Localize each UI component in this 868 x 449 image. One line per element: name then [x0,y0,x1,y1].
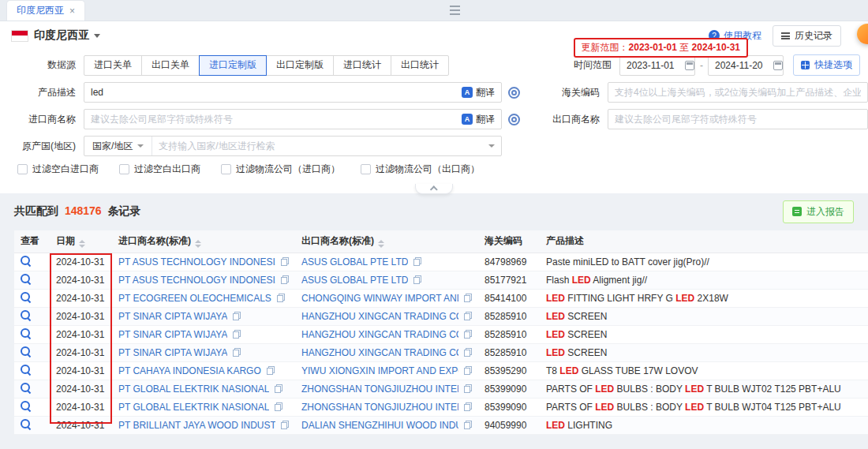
exporter-link[interactable]: DALIAN SHENGZHIHUI WOOD INDUST... [301,420,458,431]
view-details-icon[interactable] [21,292,31,302]
importer-link[interactable]: PT BRILLIANT JAYA WOOD INDUSTRY [118,420,275,431]
quick-options-button[interactable]: 快捷选项 [793,54,860,76]
filter-checkbox[interactable]: 过滤物流公司（出口商） [361,163,480,176]
view-details-icon[interactable] [21,346,31,357]
copy-icon[interactable] [413,275,421,284]
collapse-panel-handle[interactable] [415,184,453,194]
column-header[interactable]: 日期 [50,230,112,253]
view-cell [14,325,50,343]
date-to-input[interactable] [708,55,784,76]
calendar-icon[interactable] [773,61,783,70]
copy-icon[interactable] [464,366,472,375]
importer-link[interactable]: PT SINAR CIPTA WIJAYA [118,329,227,340]
importer-link[interactable]: PT CAHAYA INDONESIA KARGO [118,365,261,376]
view-details-icon[interactable] [21,365,31,375]
chevron-down-icon[interactable] [488,144,495,148]
copy-icon[interactable] [277,294,285,302]
checkbox-icon[interactable] [361,164,371,174]
checkbox-icon[interactable] [221,164,231,174]
translate-button[interactable]: A 翻译 [455,86,501,99]
importer-input[interactable] [84,110,455,129]
copy-icon[interactable] [275,402,282,411]
copy-icon[interactable] [233,330,241,339]
exporter-link[interactable]: ASUS GLOBAL PTE LTD [301,256,408,268]
copy-icon[interactable] [233,348,241,357]
datasource-tab[interactable]: 进口定制版 [199,55,267,76]
exporter-link[interactable]: HANGZHOU XINGCAN TRADING CO LTD [301,329,458,340]
column-header[interactable]: 进口商名称(标准) [112,230,295,253]
copy-icon[interactable] [464,348,472,357]
history-button[interactable]: 历史记录 [773,25,841,47]
importer-link[interactable]: PT SINAR CIPTA WIJAYA [118,347,227,358]
filter-checkbox[interactable]: 过滤空白进口商 [17,163,99,176]
importer-link[interactable]: PT SINAR CIPTA WIJAYA [118,311,227,322]
copy-icon[interactable] [464,421,472,429]
view-details-icon[interactable] [21,401,31,411]
copy-icon[interactable] [267,366,275,375]
hs-code-cell: 85285910 [478,307,540,325]
view-details-icon[interactable] [21,383,31,393]
date-from-value[interactable] [627,60,679,71]
datasource-tab[interactable]: 出口统计 [391,55,449,76]
enter-report-button[interactable]: 进入报告 [783,200,854,223]
exporter-link[interactable]: ASUS GLOBAL PTE LTD [301,275,408,286]
datasource-tab[interactable]: 出口关单 [141,55,200,76]
date-from-input[interactable] [619,55,695,76]
view-details-icon[interactable] [21,256,31,266]
datasource-tab[interactable]: 进口关单 [84,55,142,76]
close-icon[interactable]: × [69,6,75,17]
exporter-link[interactable]: ZHONGSHAN TONGJIUZHOU INTERNA... [301,384,458,395]
match-mode-icon[interactable] [508,114,520,125]
copy-icon[interactable] [413,257,421,266]
copy-icon[interactable] [464,294,472,302]
importer-link[interactable]: PT ASUS TECHNOLOGY INDONESIA BA... [118,256,275,268]
sort-icon[interactable] [195,240,201,248]
calendar-icon[interactable] [685,61,694,70]
view-details-icon[interactable] [21,310,31,320]
sort-icon[interactable] [79,240,85,248]
hs-code-cell: 85414100 [478,289,540,307]
copy-icon[interactable] [464,330,472,339]
match-mode-icon[interactable] [508,87,520,99]
chevron-down-icon[interactable] [94,34,100,38]
checkbox-icon[interactable] [119,164,129,174]
datasource-tab[interactable]: 出口定制版 [266,55,334,76]
origin-country-select[interactable]: 国家/地区 [84,137,152,155]
datasource-tab[interactable]: 进口统计 [333,55,391,76]
exporter-link[interactable]: HANGZHOU XINGCAN TRADING CO LTD [301,347,458,358]
tab-indonesia[interactable]: 印度尼西亚 × [6,0,85,21]
view-details-icon[interactable] [21,328,31,339]
exporter-link[interactable]: HANGZHOU XINGCAN TRADING CO LTD [301,311,458,322]
exporter-link[interactable]: YIWU XIONGXIN IMPORT AND EXPORT... [301,365,458,376]
tabstrip-menu-icon[interactable] [450,6,460,15]
view-cell [14,416,50,434]
copy-icon[interactable] [464,402,472,411]
copy-icon[interactable] [275,384,282,393]
importer-link[interactable]: PT ECOGREEN OLEOCHEMICALS [118,293,271,304]
translate-button[interactable]: A 翻译 [455,113,501,126]
exporter-link[interactable]: ZHONGSHAN TONGJIUZHOU INTERNA... [301,402,458,413]
importer-link[interactable]: PT ASUS TECHNOLOGY INDONESIA BA... [118,275,275,286]
hs-code-input[interactable] [608,83,867,102]
filter-checkbox[interactable]: 过滤空白出口商 [119,163,200,176]
column-header[interactable]: 出口商名称(标准) [295,230,478,253]
copy-icon[interactable] [464,312,472,320]
view-cell [14,380,50,398]
sort-icon[interactable] [378,240,384,248]
exporter-input[interactable] [608,110,867,129]
importer-link[interactable]: PT GLOBAL ELEKTRIK NASIONAL [118,384,269,395]
copy-icon[interactable] [281,421,289,429]
importer-link[interactable]: PT GLOBAL ELEKTRIK NASIONAL [118,402,269,413]
copy-icon[interactable] [464,384,472,393]
copy-icon[interactable] [281,257,289,266]
copy-icon[interactable] [233,312,241,320]
exporter-link[interactable]: CHONGQING WINWAY IMPORT AND E... [301,293,458,304]
view-details-icon[interactable] [21,274,31,284]
checkbox-icon[interactable] [17,164,28,174]
copy-icon[interactable] [281,275,289,284]
origin-country-input[interactable] [152,137,482,155]
view-details-icon[interactable] [21,419,31,429]
product-desc-input[interactable] [84,83,455,102]
filter-checkbox[interactable]: 过滤物流公司（进口商） [221,163,340,176]
date-to-value[interactable] [715,60,767,71]
